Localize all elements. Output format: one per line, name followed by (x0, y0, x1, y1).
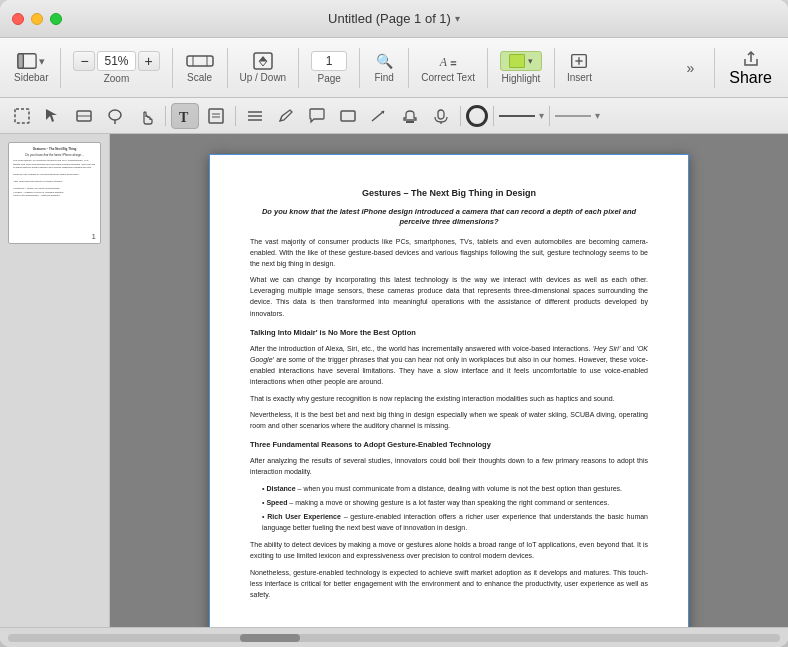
line-dropdown-arrow[interactable]: ▾ (539, 110, 544, 121)
highlight-color-swatch (509, 54, 525, 68)
ann-divider-1 (165, 106, 166, 126)
minimize-button[interactable] (31, 13, 43, 25)
line-opacity-selector: ▾ (555, 110, 600, 121)
insert-icon (569, 52, 589, 70)
sidebar-button[interactable]: ▾ Sidebar (8, 48, 54, 87)
pdf-para-3: After the introduction of Alexa, Siri, e… (250, 343, 648, 388)
updown-icon (253, 52, 273, 70)
ann-divider-5 (549, 106, 550, 126)
pdf-para-8: Nonetheless, gesture-enabled technology … (250, 567, 648, 601)
insert-button[interactable]: Insert (561, 48, 598, 87)
line-shape-tool[interactable] (365, 103, 393, 129)
align-tool[interactable] (241, 103, 269, 129)
divider-1 (60, 48, 61, 88)
thumbnail-content-1: Gestures – The Next Big Thing Do you kno… (9, 143, 100, 243)
titlebar: Untitled (Page 1 of 1) ▾ (0, 0, 788, 38)
correct-text-button[interactable]: A Correct Text (415, 48, 481, 87)
pdf-para-1: The vast majority of consumer products l… (250, 236, 648, 270)
pdf-para-4: That is exactly why gesture recognition … (250, 393, 648, 404)
pdf-title: Gestures – The Next Big Thing in Design (250, 187, 648, 201)
updown-button[interactable]: Up / Down (234, 48, 293, 87)
opacity-dropdown-arrow[interactable]: ▾ (595, 110, 600, 121)
svg-point-19 (109, 110, 121, 120)
close-button[interactable] (12, 13, 24, 25)
divider-3 (227, 48, 228, 88)
divider-7 (487, 48, 488, 88)
zoom-control[interactable]: − 51% + Zoom (67, 47, 165, 88)
page-thumbnail-1[interactable]: Gestures – The Next Big Thing Do you kno… (8, 142, 101, 244)
find-label: Find (374, 72, 393, 83)
page-label: Page (318, 73, 341, 84)
svg-rect-22 (209, 109, 223, 123)
page-view[interactable]: Gestures – The Next Big Thing in Design … (110, 134, 788, 627)
stamp-tool[interactable] (396, 103, 424, 129)
line-thin[interactable] (499, 115, 535, 117)
line-selector: ▾ (499, 110, 544, 121)
title-dropdown-arrow: ▾ (455, 13, 460, 24)
share-button[interactable]: Share (721, 45, 780, 91)
text-tool[interactable]: T (171, 103, 199, 129)
bottom-bar (0, 627, 788, 647)
insert-label: Insert (567, 72, 592, 83)
correct-text-label: Correct Text (421, 72, 475, 83)
comment-tool[interactable] (303, 103, 331, 129)
marquee-tool[interactable] (70, 103, 98, 129)
find-button[interactable]: 🔍 Find (366, 48, 402, 87)
svg-marker-6 (259, 56, 267, 61)
zoom-label: Zoom (104, 73, 130, 84)
main-window: Untitled (Page 1 of 1) ▾ ▾ Sidebar − (0, 0, 788, 647)
line-opacity[interactable] (555, 115, 591, 117)
window-title[interactable]: Untitled (Page 1 of 1) ▾ (328, 11, 460, 26)
svg-text:T: T (179, 110, 189, 125)
scrollbar-track[interactable] (8, 634, 780, 642)
maximize-button[interactable] (50, 13, 62, 25)
zoom-plus-button[interactable]: + (138, 51, 160, 71)
audio-tool[interactable] (427, 103, 455, 129)
svg-line-30 (372, 111, 384, 121)
thumbnail-page-number: 1 (92, 232, 96, 241)
svg-rect-2 (187, 56, 213, 66)
divider-5 (359, 48, 360, 88)
svg-rect-15 (15, 109, 29, 123)
zoom-minus-button[interactable]: − (73, 51, 95, 71)
selection-rect-tool[interactable] (8, 103, 36, 129)
highlight-color-btn[interactable]: ▾ (500, 51, 542, 71)
find-icon: 🔍 (374, 52, 394, 70)
zoom-value[interactable]: 51% (97, 51, 135, 71)
arrow-tool[interactable] (39, 103, 67, 129)
pdf-bullet-1: Distance – when you must communicate fro… (262, 483, 648, 494)
updown-label: Up / Down (240, 72, 287, 83)
divider-2 (172, 48, 173, 88)
page-value[interactable]: 1 (311, 51, 347, 71)
pdf-bullet-3: Rich User Experience – gesture-enabled i… (262, 511, 648, 533)
sidebar-label: Sidebar (14, 72, 48, 83)
more-button[interactable]: » (672, 56, 708, 80)
sidebar-panel: Gestures – The Next Big Thing Do you kno… (0, 134, 110, 627)
svg-marker-16 (46, 109, 57, 122)
pdf-subtitle: Do you know that the latest iPhone desig… (250, 207, 648, 228)
annotation-toolbar: T (0, 98, 788, 134)
ann-divider-2 (235, 106, 236, 126)
form-tool[interactable] (202, 103, 230, 129)
ann-divider-4 (493, 106, 494, 126)
circle-outline-tool[interactable] (466, 105, 488, 127)
main-content: Gestures – The Next Big Thing Do you kno… (0, 134, 788, 627)
pdf-para-7: The ability to detect devices by making … (250, 539, 648, 561)
scrollbar-thumb[interactable] (240, 634, 300, 642)
lasso-tool[interactable] (101, 103, 129, 129)
pdf-section-2: Three Fundamental Reasons to Adopt Gestu… (250, 439, 648, 451)
rect-shape-tool[interactable] (334, 103, 362, 129)
pencil-tool[interactable] (272, 103, 300, 129)
svg-rect-29 (341, 111, 355, 121)
page-control[interactable]: 1 Page (305, 47, 353, 88)
divider-8 (554, 48, 555, 88)
sidebar-icon (17, 52, 37, 70)
share-icon (741, 49, 761, 67)
pdf-page: Gestures – The Next Big Thing in Design … (209, 154, 689, 627)
highlight-button[interactable]: ▾ Highlight (494, 47, 548, 88)
scale-button[interactable]: Scale (179, 48, 221, 87)
divider-9 (714, 48, 715, 88)
pan-tool[interactable] (132, 103, 160, 129)
pdf-section-1: Talking Into Midair' is No More the Best… (250, 327, 648, 339)
divider-6 (408, 48, 409, 88)
